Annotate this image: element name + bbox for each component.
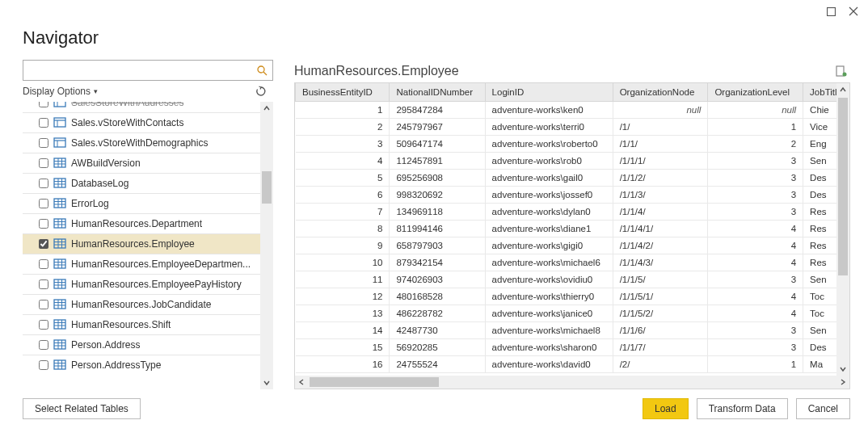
tree-item-checkbox[interactable] — [39, 259, 48, 269]
scroll-down-icon[interactable] — [260, 376, 273, 389]
tree-item[interactable]: Sales.vStoreWithContacts — [23, 112, 260, 132]
table-row[interactable]: 4112457891adventure-works\rob0/1/1/1/3Se… — [296, 152, 849, 169]
table-row[interactable]: 1556920285adventure-works\sharon0/1/1/7/… — [296, 338, 849, 355]
table-cell: 3 — [708, 186, 803, 203]
tree-item-checkbox[interactable] — [39, 279, 48, 289]
tree-item-checkbox[interactable] — [39, 360, 48, 370]
tree-item[interactable]: Person.AddressType — [23, 355, 260, 375]
tree-item-label: SalesStoreWithAddresses — [71, 102, 183, 108]
search-input[interactable] — [28, 65, 257, 76]
table-cell: adventure-works\roberto0 — [485, 135, 613, 152]
tree-item[interactable]: HumanResources.Shift — [23, 314, 260, 334]
tree-item-checkbox[interactable] — [39, 239, 48, 249]
tree-item[interactable]: HumanResources.EmployeeDepartmen... — [23, 254, 260, 274]
table-row[interactable]: 5695256908adventure-works\gail0/1/1/2/3D… — [296, 169, 849, 186]
window-maximize-button[interactable] — [820, 2, 842, 20]
table-row[interactable]: 11974026903adventure-works\ovidiu0/1/1/5… — [296, 271, 849, 288]
column-header[interactable]: NationalIDNumber — [390, 83, 485, 101]
refresh-icon[interactable] — [251, 81, 272, 102]
window-close-button[interactable] — [842, 2, 865, 20]
grid-scroll-h-thumb[interactable] — [310, 377, 439, 387]
tree-item[interactable]: HumanResources.JobCandidate — [23, 294, 260, 314]
preview-title: HumanResources.Employee — [294, 64, 459, 78]
tree-item-checkbox[interactable] — [39, 320, 48, 330]
table-cell: 3 — [708, 321, 803, 338]
scroll-up-icon[interactable] — [836, 83, 849, 96]
tree-scroll-thumb[interactable] — [262, 171, 272, 204]
table-cell: /1/1/7/ — [613, 338, 708, 355]
caret-down-icon: ▾ — [94, 87, 98, 95]
svg-rect-59 — [54, 340, 65, 349]
tree-item-checkbox[interactable] — [39, 138, 48, 148]
transform-data-button[interactable]: Transform Data — [697, 398, 788, 419]
svg-rect-14 — [54, 158, 65, 167]
scroll-right-icon[interactable] — [836, 376, 849, 389]
tree-item-checkbox[interactable] — [39, 179, 48, 188]
table-icon — [53, 258, 66, 270]
grid-scrollbar-horizontal[interactable] — [295, 376, 849, 389]
column-header[interactable]: LoginID — [485, 83, 613, 101]
table-row[interactable]: 8811994146adventure-works\diane1/1/1/4/1… — [296, 220, 849, 237]
tree-item-checkbox[interactable] — [39, 102, 48, 107]
tree-item[interactable]: Sales.vStoreWithDemographics — [23, 132, 260, 153]
tree-item[interactable]: DatabaseLog — [23, 173, 260, 193]
scroll-left-icon[interactable] — [295, 376, 308, 389]
tree-item-label: HumanResources.Shift — [71, 319, 171, 330]
table-cell: adventure-works\ovidiu0 — [485, 271, 613, 288]
tree-item-checkbox[interactable] — [39, 118, 48, 128]
tree-item[interactable]: ErrorLog — [23, 193, 260, 213]
svg-rect-29 — [54, 219, 65, 228]
table-cell: /1/1/4/2/ — [613, 237, 708, 254]
grid-scrollbar-vertical[interactable] — [836, 83, 849, 376]
table-row[interactable]: 1624755524adventure-works\david0/2/1Ma — [296, 355, 849, 372]
cancel-button[interactable]: Cancel — [796, 398, 850, 419]
tree-item[interactable]: HumanResources.Employee — [23, 233, 260, 254]
table-row[interactable]: 9658797903adventure-works\gigi0/1/1/4/2/… — [296, 237, 849, 254]
column-header[interactable]: BusinessEntityID — [296, 83, 390, 101]
tree-item-checkbox[interactable] — [39, 158, 48, 168]
tree-item-checkbox[interactable] — [39, 340, 48, 350]
column-header[interactable]: OrganizationLevel — [708, 83, 803, 101]
tree-item-checkbox[interactable] — [39, 300, 48, 309]
table-row[interactable]: 12480168528adventure-works\thierry0/1/1/… — [296, 288, 849, 305]
tree-item[interactable]: HumanResources.Department — [23, 213, 260, 233]
tree-scrollbar[interactable] — [260, 102, 273, 389]
svg-rect-54 — [54, 320, 65, 329]
svg-line-4 — [263, 72, 267, 75]
table-row[interactable]: 7134969118adventure-works\dylan0/1/1/4/3… — [296, 203, 849, 220]
table-cell: adventure-works\diane1 — [485, 220, 613, 237]
table-cell: /1/1/ — [613, 135, 708, 152]
tree-item-checkbox[interactable] — [39, 219, 48, 229]
table-icon — [53, 178, 66, 189]
table-row[interactable]: 10879342154adventure-works\michael6/1/1/… — [296, 254, 849, 271]
preview-options-icon[interactable] — [836, 65, 847, 77]
search-input-container[interactable] — [23, 60, 273, 81]
tree-item-label: ErrorLog — [71, 198, 109, 209]
scroll-down-icon[interactable] — [836, 363, 849, 376]
table-row[interactable]: 1295847284adventure-works\ken0nullnullCh… — [296, 101, 849, 118]
tree-item[interactable]: Person.Address — [23, 334, 260, 355]
grid-scroll-v-thumb[interactable] — [838, 98, 848, 275]
select-related-tables-button[interactable]: Select Related Tables — [23, 398, 141, 419]
svg-rect-49 — [54, 300, 65, 309]
table-cell: 56920285 — [390, 338, 485, 355]
table-row[interactable]: 2245797967adventure-works\terri0/1/1Vice — [296, 118, 849, 135]
table-row[interactable]: 13486228782adventure-works\janice0/1/1/5… — [296, 305, 849, 321]
table-row[interactable]: 3509647174adventure-works\roberto0/1/1/2… — [296, 135, 849, 152]
table-icon — [53, 158, 66, 169]
svg-rect-5 — [54, 102, 65, 107]
tree-item-label: HumanResources.EmployeeDepartmen... — [71, 258, 251, 270]
display-options-dropdown[interactable]: Display Options ▾ — [23, 86, 98, 97]
column-header[interactable]: OrganizationNode — [613, 83, 708, 101]
tree-item-checkbox[interactable] — [39, 199, 48, 208]
load-button[interactable]: Load — [643, 398, 689, 419]
tree-item[interactable]: HumanResources.EmployeePayHistory — [23, 274, 260, 294]
table-cell: 4 — [708, 254, 803, 271]
tree-item[interactable]: AWBuildVersion — [23, 153, 260, 173]
table-icon — [53, 279, 66, 290]
scroll-up-icon[interactable] — [260, 102, 273, 115]
tree-item[interactable]: SalesStoreWithAddresses — [23, 102, 260, 112]
dialog-title: Navigator — [23, 27, 845, 48]
table-row[interactable]: 1442487730adventure-works\michael8/1/1/6… — [296, 321, 849, 338]
table-row[interactable]: 6998320692adventure-works\jossef0/1/1/3/… — [296, 186, 849, 203]
